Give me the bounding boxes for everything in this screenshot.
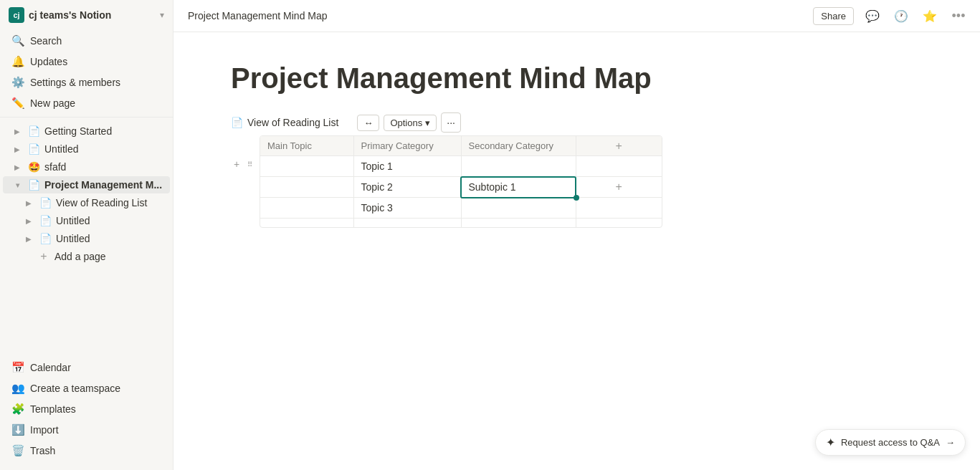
options-chevron-icon: ▾ bbox=[425, 118, 430, 128]
calendar-icon: 📅 bbox=[11, 361, 24, 374]
workspace-chevron-icon: ▾ bbox=[160, 10, 164, 20]
cell-main-4[interactable] bbox=[260, 219, 353, 228]
sidebar-item-untitled-2[interactable]: ▶ 📄 Untitled bbox=[3, 212, 170, 229]
topbar-page-title: Project Management Mind Map bbox=[188, 10, 328, 21]
request-access-arrow: → bbox=[946, 437, 955, 448]
chevron-right-icon: ▶ bbox=[11, 161, 23, 173]
db-table: Main Topic Primary Category Secondary Ca… bbox=[260, 136, 662, 227]
chevron-down-icon: ▾ bbox=[11, 179, 23, 191]
trash-label: Trash bbox=[30, 445, 55, 456]
search-label: Search bbox=[30, 35, 62, 47]
chevron-right-icon: ▶ bbox=[23, 197, 34, 208]
comments-icon[interactable]: 💬 bbox=[862, 6, 883, 26]
chevron-right-icon: ▶ bbox=[23, 215, 34, 226]
cell-primary-4[interactable] bbox=[353, 219, 461, 228]
cell-primary-1[interactable]: Topic 1 bbox=[353, 156, 461, 177]
trash-icon: 🗑️ bbox=[11, 444, 24, 457]
cell-secondary-4[interactable] bbox=[461, 219, 576, 228]
sfafd-label: sfafd bbox=[44, 161, 164, 173]
import-icon: ⬇️ bbox=[11, 423, 24, 436]
cell-main-1[interactable] bbox=[260, 156, 353, 177]
cell-main-2[interactable] bbox=[260, 177, 353, 198]
cell-add-row-btn[interactable]: + bbox=[576, 177, 662, 198]
trash-button[interactable]: 🗑️ Trash bbox=[3, 441, 170, 461]
db-toolbar: 📄 View of Reading List ↔ Options ▾ ··· bbox=[231, 112, 923, 133]
import-label: Import bbox=[30, 424, 59, 436]
sidebar-item-untitled-1[interactable]: ▶ 📄 Untitled bbox=[3, 140, 170, 158]
col-header-main-topic[interactable]: Main Topic bbox=[260, 136, 353, 156]
workspace-name: cj teams's Notion bbox=[29, 9, 156, 21]
cell-editing-text: Subtopic 1 bbox=[469, 181, 516, 193]
drag-handle-icon[interactable]: ⠿ bbox=[244, 158, 255, 170]
calendar-button[interactable]: 📅 Calendar bbox=[3, 358, 170, 378]
cell-primary-3[interactable]: Topic 3 bbox=[353, 198, 461, 219]
sidebar-item-getting-started[interactable]: ▶ 📄 Getting Started bbox=[3, 123, 170, 140]
sidebar-item-untitled-3[interactable]: ▶ 📄 Untitled bbox=[3, 230, 170, 247]
new-page-icon: ✏️ bbox=[11, 97, 24, 110]
table-outer: + ⠿ Main Topic Primary Category Secondar… bbox=[231, 135, 923, 230]
untitled1-label: Untitled bbox=[44, 143, 164, 155]
add-page-button[interactable]: + Add a page bbox=[3, 248, 170, 265]
table-row-controls: + ⠿ bbox=[231, 158, 255, 170]
col-header-primary-category[interactable]: Primary Category bbox=[353, 136, 461, 156]
new-page-label: New page bbox=[30, 97, 75, 109]
sidebar-item-sfafd[interactable]: ▶ 🤩 sfafd bbox=[3, 158, 170, 176]
sfafd-icon: 🤩 bbox=[27, 160, 40, 173]
table-row bbox=[260, 219, 662, 228]
cell-add-1 bbox=[576, 156, 662, 177]
untitled3-label: Untitled bbox=[56, 233, 164, 244]
options-label: Options bbox=[390, 118, 422, 128]
getting-started-icon: 📄 bbox=[27, 125, 40, 138]
db-options-btn[interactable]: Options ▾ bbox=[384, 115, 437, 131]
sidebar-item-view-reading-list[interactable]: ▶ 📄 View of Reading List bbox=[3, 194, 170, 211]
import-button[interactable]: ⬇️ Import bbox=[3, 420, 170, 440]
main-content: Project Management Mind Map Share 💬 🕐 ⭐ … bbox=[173, 0, 980, 470]
cell-secondary-1[interactable] bbox=[461, 156, 576, 177]
add-row-icon: + bbox=[616, 181, 622, 193]
cell-add-3 bbox=[576, 198, 662, 219]
table-row: Topic 2 Subtopic 1 + bbox=[260, 177, 662, 198]
add-row-inline-btn[interactable]: + bbox=[231, 158, 242, 170]
workspace-header[interactable]: cj cj teams's Notion ▾ bbox=[0, 0, 173, 30]
db-more-btn[interactable]: ··· bbox=[441, 112, 461, 133]
sidebar: cj cj teams's Notion ▾ 🔍 Search 🔔 Update… bbox=[0, 0, 173, 470]
cell-main-3[interactable] bbox=[260, 198, 353, 219]
table-row: Topic 3 bbox=[260, 198, 662, 219]
search-button[interactable]: 🔍 Search bbox=[3, 31, 170, 51]
create-teamspace-button[interactable]: 👥 Create a teamspace bbox=[3, 378, 170, 398]
history-icon[interactable]: 🕐 bbox=[891, 6, 911, 26]
settings-button[interactable]: ⚙️ Settings & members bbox=[3, 72, 170, 92]
calendar-label: Calendar bbox=[30, 362, 71, 373]
db-more-icon: ··· bbox=[447, 117, 455, 128]
db-view-label: 📄 View of Reading List bbox=[231, 117, 338, 128]
templates-icon: 🧩 bbox=[11, 403, 24, 416]
cell-secondary-3[interactable] bbox=[461, 198, 576, 219]
sidebar-actions: 🔍 Search 🔔 Updates ⚙️ Settings & members… bbox=[0, 30, 173, 114]
updates-button[interactable]: 🔔 Updates bbox=[3, 52, 170, 72]
untitled1-icon: 📄 bbox=[27, 143, 40, 155]
page-content: Project Management Mind Map 📄 View of Re… bbox=[173, 32, 980, 470]
more-options-icon[interactable]: ••• bbox=[948, 6, 969, 26]
settings-label: Settings & members bbox=[30, 77, 120, 88]
request-access-icon: ✦ bbox=[826, 436, 835, 449]
updates-icon: 🔔 bbox=[11, 55, 24, 68]
favorite-icon[interactable]: ⭐ bbox=[920, 6, 940, 26]
share-button[interactable]: Share bbox=[813, 7, 854, 25]
topbar: Project Management Mind Map Share 💬 🕐 ⭐ … bbox=[173, 0, 980, 32]
cell-primary-2[interactable]: Topic 2 bbox=[353, 177, 461, 198]
col-header-secondary-category[interactable]: Secondary Category bbox=[461, 136, 576, 156]
teamspace-label: Create a teamspace bbox=[30, 383, 120, 394]
templates-button[interactable]: 🧩 Templates bbox=[3, 399, 170, 419]
cell-add-4 bbox=[576, 219, 662, 228]
new-page-button[interactable]: ✏️ New page bbox=[3, 93, 170, 113]
add-column-btn[interactable]: + bbox=[576, 136, 662, 156]
request-access-btn[interactable]: ✦ Request access to Q&A → bbox=[815, 429, 966, 456]
db-resize-btn[interactable]: ↔ bbox=[357, 115, 379, 131]
cell-secondary-2-editing[interactable]: Subtopic 1 bbox=[461, 177, 576, 198]
sidebar-item-project-mgmt[interactable]: ▾ 📄 Project Management M... bbox=[3, 176, 170, 193]
untitled3-icon: 📄 bbox=[39, 232, 52, 245]
project-mgmt-icon: 📄 bbox=[27, 178, 40, 191]
chevron-right-icon: ▶ bbox=[23, 233, 34, 244]
add-page-icon: + bbox=[37, 250, 50, 263]
resize-icon: ↔ bbox=[363, 118, 373, 128]
